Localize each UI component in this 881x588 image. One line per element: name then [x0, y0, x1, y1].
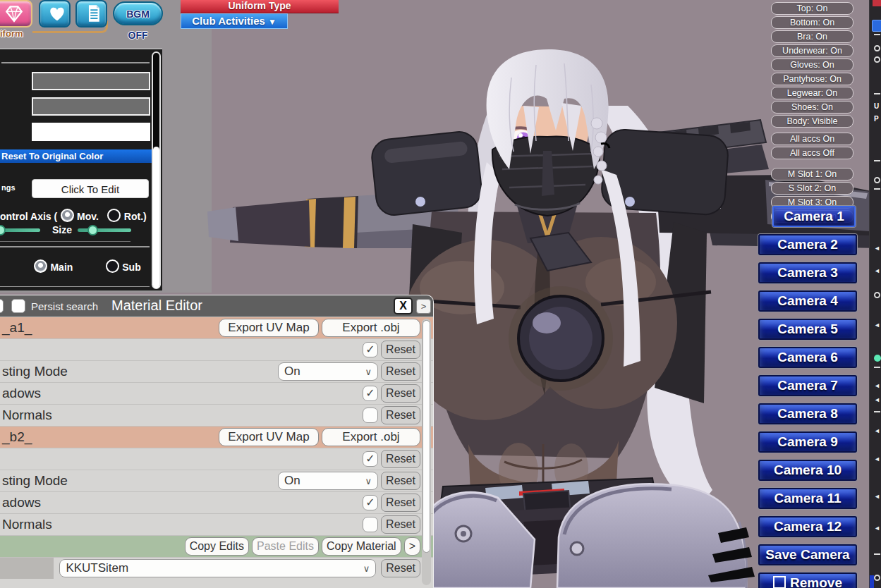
slider-arrow-icon[interactable]: ◄	[874, 397, 880, 403]
camera-button-11[interactable]: Camera 11	[758, 488, 857, 509]
popout-button[interactable]: >	[416, 299, 431, 314]
size-slider[interactable]	[78, 228, 131, 232]
camera-button-4[interactable]: Camera 4	[758, 290, 857, 312]
slider-arrow-icon[interactable]: ◄	[874, 525, 880, 532]
uniform-type-button[interactable]: Uniform Type	[181, 0, 339, 13]
camera-button-2[interactable]: Camera 2	[758, 234, 857, 255]
toggle-bra-on[interactable]: Bra: On	[771, 30, 853, 43]
camera-button-10[interactable]: Camera 10	[758, 460, 857, 481]
slider-arrow-icon[interactable]: ◄	[874, 494, 880, 500]
export-obj-button[interactable]: Export .obj	[322, 428, 420, 446]
radio-icon[interactable]	[874, 45, 880, 51]
mov-radio[interactable]	[61, 209, 74, 222]
toggle-pantyhose-on[interactable]: Pantyhose: On	[771, 73, 853, 85]
toggle-shoes-on[interactable]: Shoes: On	[771, 101, 853, 114]
reset-button[interactable]: Reset	[381, 515, 420, 534]
paste-edits-button[interactable]: Paste Edits	[252, 537, 319, 556]
favorites-button[interactable]	[39, 0, 71, 27]
toggle-s-slot-2-on[interactable]: S Slot 2: On	[771, 182, 853, 195]
slider-arrow-icon[interactable]: ◄	[874, 245, 880, 252]
persist-search-checkbox[interactable]	[11, 299, 25, 313]
material-editor-scrollbar-thumb[interactable]	[423, 320, 430, 553]
toggle-all-accs-on[interactable]: All accs On	[771, 133, 853, 145]
material-editor-titlebar[interactable]: Persist search Material Editor X >	[0, 295, 433, 317]
reset-button[interactable]: Reset	[381, 559, 420, 577]
camera-button-5[interactable]: Camera 5	[758, 319, 857, 340]
size-label: Size	[52, 224, 72, 235]
save-camera-button[interactable]: Save Camera	[758, 544, 857, 565]
move-slider-handle[interactable]	[0, 225, 6, 235]
export-uv-map-button[interactable]: Export UV Map	[219, 428, 319, 446]
camera-button-7[interactable]: Camera 7	[758, 375, 857, 396]
reset-original-color-button[interactable]: Reset To Original Color	[0, 149, 152, 163]
color-swatch-2[interactable]	[32, 97, 150, 116]
bgm-toggle-button[interactable]: BGM OFF	[113, 1, 163, 25]
titlebar-checkbox-partial[interactable]	[0, 299, 4, 313]
export-uv-map-button[interactable]: Export UV Map	[219, 319, 319, 337]
property-checkbox[interactable]: ✓	[363, 451, 378, 467]
property-checkbox[interactable]	[363, 517, 378, 532]
uniform-tab-button[interactable]	[0, 0, 32, 27]
reset-button[interactable]: Reset	[381, 341, 420, 359]
notes-button[interactable]	[75, 0, 107, 27]
edge-blue-chip[interactable]	[872, 20, 881, 32]
color-swatch-1[interactable]	[32, 72, 150, 90]
club-activities-dropdown[interactable]: Club Activities▼	[181, 13, 288, 29]
property-checkbox[interactable]: ✓	[363, 342, 378, 357]
remove-camera-button[interactable]: Remove	[758, 572, 857, 588]
export-obj-button[interactable]: Export .obj	[322, 319, 420, 337]
reset-button[interactable]: Reset	[381, 494, 420, 512]
slider-arrow-icon[interactable]: ◄	[874, 383, 880, 389]
left-panel-scrollbar-thumb[interactable]	[153, 147, 159, 288]
toggle-underwear-on[interactable]: Underwear: On	[771, 44, 853, 57]
toggle-top-on[interactable]: Top: On	[771, 2, 853, 15]
material-row-check: ✓Reset	[0, 448, 433, 470]
copy-material-button[interactable]: Copy Material	[322, 537, 401, 556]
main-radio[interactable]	[34, 259, 47, 273]
material-name-label: _a1_	[0, 320, 216, 336]
camera-button-9[interactable]: Camera 9	[758, 431, 857, 453]
reset-button[interactable]: Reset	[381, 406, 420, 424]
toggle-gloves-on[interactable]: Gloves: On	[771, 59, 853, 71]
camera-button-1[interactable]: Camera 1	[772, 206, 856, 227]
rot-radio[interactable]	[107, 209, 121, 222]
size-slider-handle[interactable]	[87, 225, 98, 235]
color-swatch-3[interactable]	[32, 123, 150, 141]
toggle-body-visible[interactable]: Body: Visible	[771, 115, 853, 128]
close-button[interactable]: X	[394, 298, 413, 314]
toggle-bottom-on[interactable]: Bottom: On	[771, 16, 853, 29]
reset-button[interactable]: Reset	[381, 362, 420, 381]
hair-back	[458, 99, 712, 508]
slider-arrow-icon[interactable]: ◄	[874, 428, 880, 434]
reset-button[interactable]: Reset	[381, 450, 420, 468]
-button[interactable]: >	[404, 537, 420, 556]
radio-icon[interactable]	[874, 56, 880, 63]
reset-button[interactable]: Reset	[381, 384, 420, 403]
property-checkbox[interactable]	[363, 408, 378, 423]
copy-edits-button[interactable]: Copy Edits	[185, 537, 249, 556]
toggle-legwear-on[interactable]: Legwear: On	[771, 87, 853, 99]
radio-icon[interactable]	[874, 292, 880, 298]
property-dropdown[interactable]: On∨	[278, 362, 378, 381]
toggle-all-accs-off[interactable]: All accs Off	[771, 147, 853, 159]
remove-checkbox[interactable]	[773, 576, 786, 588]
property-checkbox[interactable]: ✓	[363, 386, 378, 401]
shader-dropdown[interactable]: KKUTSitem∨	[59, 559, 376, 577]
slider-arrow-icon[interactable]: ◄	[874, 322, 880, 329]
reset-button[interactable]: Reset	[381, 472, 420, 490]
slider-arrow-icon[interactable]: ◄	[874, 268, 880, 274]
toggle-m-slot-1-on[interactable]: M Slot 1: On	[771, 168, 853, 180]
radio-icon[interactable]	[874, 575, 880, 581]
camera-button-6[interactable]: Camera 6	[758, 347, 857, 368]
property-dropdown[interactable]: On∨	[278, 472, 378, 490]
click-to-edit-button[interactable]: Click To Edit	[32, 179, 149, 198]
camera-button-3[interactable]: Camera 3	[758, 262, 857, 283]
radio-icon[interactable]	[874, 177, 880, 183]
material-row-check: NormalsReset	[0, 404, 433, 426]
sub-radio[interactable]	[106, 259, 119, 273]
camera-button-12[interactable]: Camera 12	[758, 516, 857, 537]
move-slider[interactable]	[0, 228, 40, 232]
camera-button-8[interactable]: Camera 8	[758, 403, 857, 424]
property-checkbox[interactable]: ✓	[363, 495, 378, 510]
slider-arrow-icon[interactable]: ◄	[874, 456, 880, 463]
